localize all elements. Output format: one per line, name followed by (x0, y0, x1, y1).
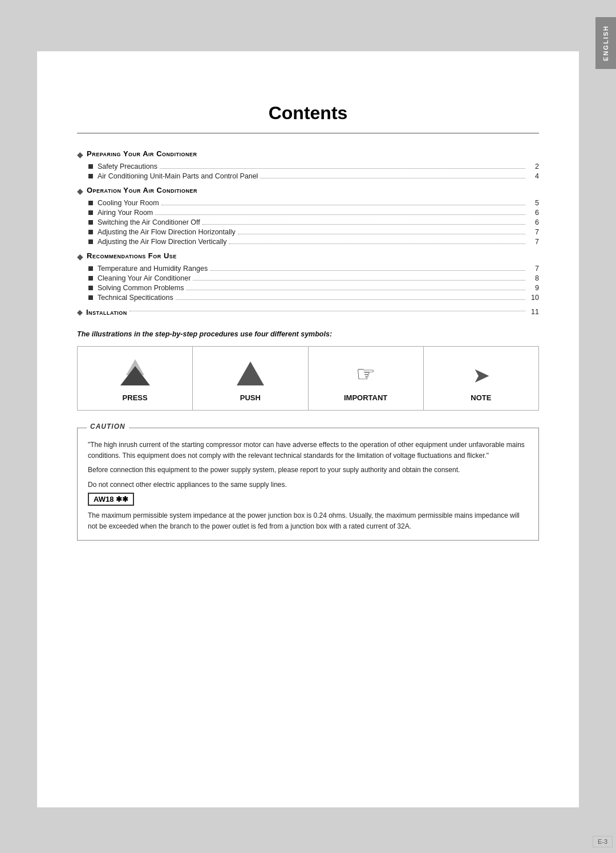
toc-bullet (88, 295, 93, 300)
language-sidebar-tab: ENGLISH (595, 17, 616, 69)
toc-page-num: 9 (528, 284, 539, 292)
note-label: NOTE (471, 393, 491, 402)
page-title: Contents (77, 103, 539, 124)
toc-page-num: 7 (528, 228, 539, 236)
toc-item-label: Solving Common Problems (98, 284, 184, 292)
toc-page-num: 4 (528, 172, 539, 180)
toc-item: Adjusting the Air Flow Direction Vertica… (88, 238, 539, 246)
toc-item-label: Temperature and Humidity Ranges (98, 265, 208, 273)
caution-paragraph-3: Do not connect other electric appliances… (88, 480, 528, 490)
symbols-section: The illustrations in the step-by-step pr… (77, 330, 539, 338)
toc-section-recommendations: ◆ Recommendations For Use Temperature an… (77, 251, 539, 302)
toc-item: Technical Specitications 10 (88, 294, 539, 302)
toc-item: Cleaning Your Air Conditioner 8 (88, 274, 539, 282)
toc-item: Temperature and Humidity Ranges 7 (88, 265, 539, 273)
symbol-important: ☞ IMPORTANT (309, 347, 424, 410)
push-icon (237, 361, 264, 387)
caution-title: CAUTION (87, 423, 129, 430)
toc-bullet (88, 174, 93, 178)
aw18-label: AW18 ✱✱ (88, 493, 134, 506)
toc-page-num: 6 (528, 209, 539, 217)
toc-page-num: 2 (528, 163, 539, 170)
toc-dots (260, 178, 525, 178)
toc-item: Safety Precautions 2 (88, 163, 539, 170)
toc-bullet (88, 276, 93, 281)
toc-dots (161, 205, 525, 205)
toc-dots (238, 234, 525, 234)
toc-section-title-installation: Installation (86, 308, 127, 316)
toc-dots (210, 270, 525, 271)
section-diamond-operation: ◆ (77, 186, 83, 196)
push-label: PUSH (240, 393, 261, 402)
important-icon: ☞ (356, 361, 375, 387)
page-number: E-3 (593, 836, 613, 847)
toc-item-label: Adjusting the Air Flow Direction Vertica… (98, 238, 226, 246)
section-diamond-installation: ◆ (77, 308, 83, 316)
left-margin (0, 0, 37, 853)
toc-item-label: Switching the Air Conditioner Off (98, 218, 200, 226)
toc-item: Air Conditioning Unit-Main Parts and Con… (88, 172, 539, 180)
toc-page-num: 10 (528, 294, 539, 302)
toc-bullet (88, 220, 93, 225)
toc-page-num: 5 (528, 199, 539, 207)
toc-item: Cooling Your Room 5 (88, 199, 539, 207)
caution-box: CAUTION "The high inrush current of the … (77, 428, 539, 541)
toc-page-num: 6 (528, 218, 539, 226)
important-label: IMPORTANT (344, 393, 387, 402)
section-diamond-preparing: ◆ (77, 150, 83, 159)
main-content-area: Contents ◆ Preparing Your Air Conditione… (37, 51, 579, 807)
toc-section-title-operation: Operation Your Air Conditioner (87, 186, 197, 194)
toc-section-operation: ◆ Operation Your Air Conditioner Cooling… (77, 186, 539, 246)
toc-section-title-recommendations: Recommendations For Use (87, 251, 177, 260)
toc-items-operation: Cooling Your Room 5 Airing Your Room 6 S… (88, 199, 539, 246)
symbol-note: ➤ NOTE (424, 347, 538, 410)
toc-dots (193, 280, 525, 281)
toc-dots (229, 243, 525, 244)
toc-dots (202, 224, 525, 225)
toc-bullet (88, 210, 93, 215)
title-divider (77, 133, 539, 133)
toc-bullet (88, 164, 93, 169)
toc-items-recommendations: Temperature and Humidity Ranges 7 Cleani… (88, 265, 539, 302)
toc-item: Switching the Air Conditioner Off 6 (88, 218, 539, 226)
aw18-text: The maximum permissible system impedance… (88, 510, 528, 532)
symbols-table: PRESS PUSH ☞ IMPORTANT ➤ NOT (77, 346, 539, 411)
caution-paragraph-1: "The high inrush current of the starting… (88, 440, 528, 461)
toc-item-label: Airing Your Room (98, 209, 153, 217)
symbol-press: PRESS (78, 347, 193, 410)
right-margin: ENGLISH E-3 (579, 0, 616, 853)
note-icon: ➤ (473, 365, 489, 387)
toc-page-num: 7 (528, 238, 539, 246)
toc-item-label: Cleaning Your Air Conditioner (98, 274, 191, 282)
press-icon (120, 358, 150, 387)
toc-item-label: Technical Specitications (98, 294, 173, 302)
section-diamond-recommendations: ◆ (77, 252, 83, 261)
language-label: ENGLISH (602, 25, 609, 61)
toc-bullet (88, 201, 93, 205)
toc-page-num: 8 (528, 274, 539, 282)
toc-item: Airing Your Room 6 (88, 209, 539, 217)
toc-item-label: Safety Precautions (98, 163, 157, 170)
toc-item: Adjusting the Air Flow Direction Horizon… (88, 228, 539, 236)
symbol-push: PUSH (193, 347, 308, 410)
toc-section-installation: ◆ Installation 11 (77, 307, 539, 316)
toc-page-num: 11 (528, 308, 539, 316)
toc-section-title-preparing: Preparing Your Air Conditioner (87, 149, 197, 158)
caution-paragraph-2: Before connection this equipment to the … (88, 465, 528, 476)
toc-dots (176, 299, 525, 300)
toc-item: Solving Common Problems 9 (88, 284, 539, 292)
toc-dots (129, 311, 525, 311)
toc-bullet (88, 266, 93, 271)
press-label: PRESS (123, 393, 148, 402)
toc-bullet (88, 230, 93, 234)
symbols-intro-text: The illustrations in the step-by-step pr… (77, 330, 539, 338)
toc-bullet (88, 286, 93, 290)
toc-page-num: 7 (528, 265, 539, 273)
toc-dots (160, 168, 525, 169)
aw18-section: AW18 ✱✱ The maximum permissible system i… (88, 493, 528, 532)
toc-item-label: Cooling Your Room (98, 199, 159, 207)
toc-bullet (88, 239, 93, 244)
caution-text: "The high inrush current of the starting… (88, 440, 528, 490)
toc-dots (186, 290, 525, 290)
toc-section-preparing: ◆ Preparing Your Air Conditioner Safety … (77, 149, 539, 180)
